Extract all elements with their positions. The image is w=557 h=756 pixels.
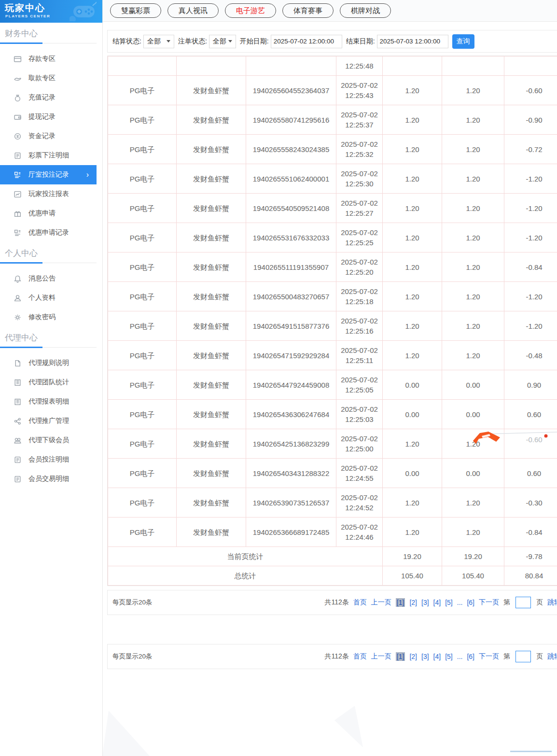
order-cell: 1940265471592929284 [246,341,336,370]
page-link-2[interactable]: [2] [409,653,417,660]
order-cell: 1940265403431288322 [246,459,336,488]
jump-page-input[interactable] [515,597,531,608]
end-date-input[interactable] [377,35,448,48]
tab-lottery[interactable]: 雙赢彩票 [110,3,161,18]
valid-bet-cell: 1.20 [442,252,504,282]
share-icon [14,417,22,425]
search-button[interactable]: 查询 [452,34,474,49]
sidebar-item-0-2[interactable]: 充值记录 [0,88,102,107]
sidebar-item-2-6[interactable]: 会员交易明细 [0,469,102,489]
sidebar-item-0-0[interactable]: 存款专区 [0,49,102,69]
sidebar-item-0-4[interactable]: 资金记录 [0,126,102,146]
tab-sports[interactable]: 体育赛事 [282,3,334,18]
first-page-link[interactable]: 首页 [353,598,367,607]
time-cell: 2025-07-0212:25:05 [336,370,383,400]
first-page-link[interactable]: 首页 [353,652,367,661]
report-icon [14,398,22,406]
person-icon [14,294,22,302]
bell-icon [14,275,22,283]
sidebar-item-1-2[interactable]: 修改密码 [0,308,102,327]
sidebar-item-2-5[interactable]: 会员投注明细 [0,450,102,469]
game-cell [177,56,246,76]
sidebar: 玩家中心 PLAYERS CENTER 财务中心存款专区取款专区充值记录提现记录 [0,0,103,756]
jump-prefix-text: 第 [503,652,510,661]
page-ellipsis: ... [457,653,463,660]
provider-cell: PG电子 [108,252,177,282]
sidebar-item-0-5[interactable]: 彩票下注明细 [0,146,102,165]
next-page-link[interactable]: 下一页 [479,652,499,661]
jump-go-link[interactable]: 跳转 [547,598,557,607]
sidebar-item-1-0[interactable]: 消息公告 [0,269,102,288]
page-link-2[interactable]: [2] [409,599,417,606]
page-link-3[interactable]: [3] [421,599,429,606]
bet-cell [383,56,442,76]
prev-page-link[interactable]: 上一页 [371,652,391,661]
valid-bet-cell: 0.00 [442,459,504,488]
sidebar-item-0-7[interactable]: 玩家投注报表 [0,184,102,204]
sidebar-item-1-1[interactable]: 个人资料 [0,288,102,308]
page-link-7[interactable]: [6] [467,653,474,660]
time-cell: 2025-07-0212:24:55 [336,459,383,488]
sidebar-item-label: 消息公告 [28,274,56,283]
page-link-5[interactable]: [5] [445,653,453,660]
summary-bet-cell: 19.20 [383,547,442,566]
game-cell: 发财鱼虾蟹 [177,429,246,459]
time-cell: 2025-07-0212:24:52 [336,488,383,518]
sidebar-item-label: 厅室投注记录 [28,170,69,179]
table-row: PG电子发财鱼虾蟹19402654363062476842025-07-0212… [108,400,557,429]
profit-cell: -0.72 [504,135,557,164]
tab-live-casino[interactable]: 真人视讯 [167,3,219,18]
sidebar-item-0-3[interactable]: 提现记录 [0,107,102,126]
bet-cell: 1.20 [383,135,442,164]
game-category-nav: 雙赢彩票真人视讯电子游艺体育赛事棋牌对战 [102,0,557,22]
page-link-1[interactable]: [1] [396,598,405,607]
tab-board-games[interactable]: 棋牌对战 [340,3,391,18]
users-icon [14,436,22,445]
sidebar-item-0-9[interactable]: 优惠申请记录 [0,223,102,242]
sidebar-item-2-4[interactable]: 代理下级会员 [0,431,102,450]
jump-page-input[interactable] [515,651,531,662]
sidebar-item-0-8[interactable]: 优惠申请 [0,204,102,223]
table-row: PG电子发财鱼虾蟹19402653907351265372025-07-0212… [108,488,557,518]
end-date-label: 结束日期: [346,37,375,46]
profit-cell: -1.20 [504,164,557,194]
valid-bet-cell: 1.20 [442,488,504,518]
sidebar-item-label: 优惠申请记录 [28,228,69,237]
tab-electronic-games[interactable]: 电子游艺 [225,3,276,18]
sidebar-section-title: 代理中心 [5,333,97,343]
table-row: PG电子发财鱼虾蟹19402655405095214082025-07-0212… [108,194,557,223]
start-date-input[interactable] [271,35,342,48]
page-link-4[interactable]: [4] [433,599,441,606]
sidebar-item-label: 个人资料 [28,294,56,302]
page-link-4[interactable]: [4] [433,653,441,660]
bet-cell: 0.00 [383,370,442,400]
valid-bet-cell: 1.20 [442,518,504,547]
valid-bet-cell: 0.00 [442,400,504,429]
valid-bet-cell: 0.00 [442,370,504,400]
page-link-5[interactable]: [5] [445,599,453,606]
sidebar-item-label: 代理团队统计 [28,378,69,387]
page-link-3[interactable]: [3] [421,653,429,660]
sidebar-item-2-1[interactable]: 代理团队统计 [0,373,102,392]
sidebar-item-0-1[interactable]: 取款专区 [0,69,102,88]
time-cell: 2025-07-0212:25:20 [336,252,383,282]
sidebar-item-2-3[interactable]: 代理推广管理 [0,411,102,431]
order-cell: 1940265558243024385 [246,135,336,164]
game-cell: 发财鱼虾蟹 [177,518,246,547]
prev-page-link[interactable]: 上一页 [371,598,391,607]
settle-status-select[interactable]: 全部 [143,35,174,48]
sidebar-item-2-0[interactable]: 代理规则说明 [0,353,102,373]
next-page-link[interactable]: 下一页 [479,598,499,607]
jump-go-link[interactable]: 跳转 [547,652,557,661]
page-link-1[interactable]: [1] [396,652,405,661]
hand-icon [14,74,22,83]
chevron-right-icon: › [86,170,89,179]
sidebar-item-2-2[interactable]: 代理报表明细 [0,392,102,411]
filter-bar: 结算状态: 全部 注单状态: 全部 开始日期: 结束日期: 查询 [107,30,557,53]
page-link-7[interactable]: [6] [467,599,474,606]
order-status-select[interactable]: 全部 [209,35,236,48]
bet-cell: 1.20 [383,223,442,252]
jump-suffix-text: 页 [536,598,543,607]
table-row: PG电子发财鱼虾蟹19402654251368232992025-07-0212… [108,429,557,459]
sidebar-item-0-6[interactable]: 厅室投注记录› [0,165,97,184]
